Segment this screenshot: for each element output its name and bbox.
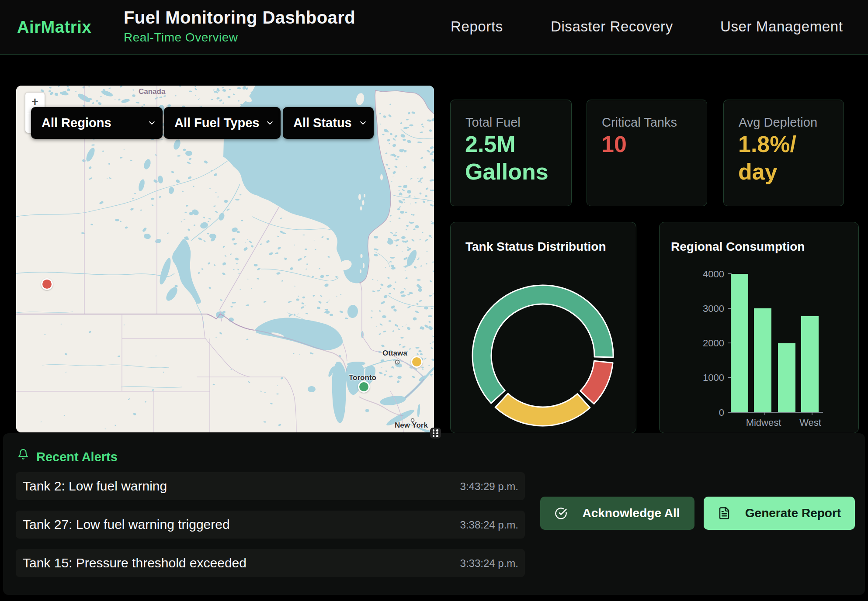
svg-text:1000: 1000 (703, 372, 724, 383)
svg-text:Midwest: Midwest (746, 417, 781, 428)
svg-text:2000: 2000 (703, 338, 724, 349)
svg-text:3000: 3000 (703, 303, 724, 314)
svg-text:4000: 4000 (703, 269, 724, 280)
svg-text:0: 0 (719, 407, 724, 418)
svg-text:West: West (799, 417, 821, 428)
